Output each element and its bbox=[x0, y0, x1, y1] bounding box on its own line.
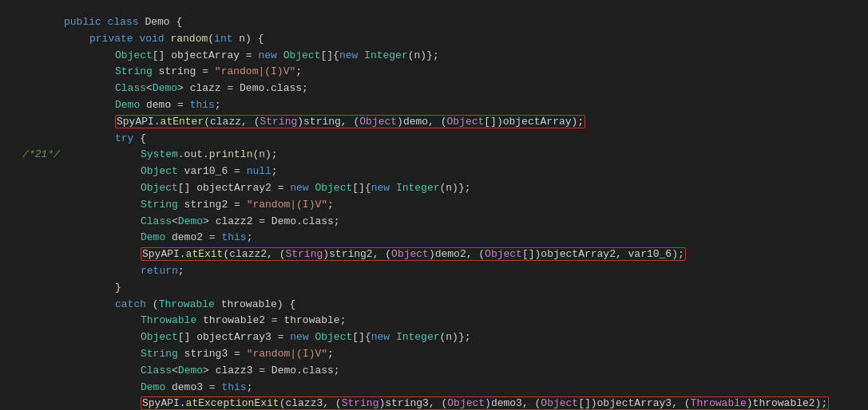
code-content: SpyAPI.atExit(clazz2, (String)string2, (… bbox=[16, 246, 686, 263]
code-content: try { bbox=[16, 131, 146, 148]
code-content: Class<Demo> clazz = Demo.class; bbox=[16, 81, 308, 97]
code-block: public class Demo {private void random(i… bbox=[0, 8, 868, 410]
code-line: String string2 = "random|(I)V"; bbox=[16, 197, 852, 214]
code-line: try { bbox=[16, 131, 852, 148]
code-content: SpyAPI.atExceptionExit(clazz3, (String)s… bbox=[16, 396, 829, 410]
highlighted-call: SpyAPI.atExit(clazz2, (String)string2, (… bbox=[141, 247, 686, 261]
code-content: Class<Demo> clazz3 = Demo.class; bbox=[16, 363, 340, 380]
code-line: SpyAPI.atExceptionExit(clazz3, (String)s… bbox=[16, 396, 852, 410]
code-line: Class<Demo> clazz3 = Demo.class; bbox=[16, 363, 852, 380]
code-content: Class<Demo> clazz2 = Demo.class; bbox=[16, 214, 340, 231]
code-content: Object[] objectArray = new Object[]{new … bbox=[16, 48, 439, 65]
code-content: Object[] objectArray2 = new Object[]{new… bbox=[16, 180, 471, 197]
code-line: return; bbox=[16, 263, 852, 280]
code-line: String string = "random|(I)V"; bbox=[16, 64, 852, 81]
code-line: Class<Demo> clazz2 = Demo.class; bbox=[16, 214, 852, 231]
code-line: catch (Throwable throwable) { bbox=[16, 297, 852, 313]
code-content: Throwable throwable2 = throwable; bbox=[16, 313, 346, 329]
code-line: Demo demo3 = this; bbox=[16, 380, 852, 396]
code-line: Throwable throwable2 = throwable; bbox=[16, 313, 852, 329]
code-content: Demo demo = this; bbox=[16, 97, 221, 114]
code-content: private void random(int n) { bbox=[16, 31, 264, 48]
code-line: /*21*/System.out.println(n); bbox=[16, 147, 852, 164]
code-line: Object[] objectArray = new Object[]{new … bbox=[16, 48, 852, 65]
code-content: String string = "random|(I)V"; bbox=[16, 64, 302, 81]
code-line: Object[] objectArray3 = new Object[]{new… bbox=[16, 329, 852, 346]
code-line: Object var10_6 = null; bbox=[16, 164, 852, 180]
code-line: private void random(int n) { bbox=[16, 31, 852, 48]
code-content: public class Demo { bbox=[16, 14, 182, 31]
highlighted-call: SpyAPI.atExceptionExit(clazz3, (String)s… bbox=[141, 396, 829, 410]
code-content: Object var10_6 = null; bbox=[16, 164, 278, 180]
code-line: Object[] objectArray2 = new Object[]{new… bbox=[16, 180, 852, 197]
code-content: return; bbox=[16, 263, 184, 280]
code-content: String string3 = "random|(I)V"; bbox=[16, 346, 334, 363]
code-line: Demo demo = this; bbox=[16, 97, 852, 114]
code-content: SpyAPI.atEnter(clazz, (String)string, (O… bbox=[16, 114, 585, 131]
code-line: Class<Demo> clazz = Demo.class; bbox=[16, 81, 852, 97]
code-line: SpyAPI.atExit(clazz2, (String)string2, (… bbox=[16, 246, 852, 263]
code-content: } bbox=[16, 280, 121, 297]
line-comment: /*21*/ bbox=[16, 147, 60, 164]
code-content: catch (Throwable throwable) { bbox=[16, 297, 295, 313]
code-line: String string3 = "random|(I)V"; bbox=[16, 346, 852, 363]
code-content: Demo demo2 = this; bbox=[16, 230, 252, 246]
code-content: String string2 = "random|(I)V"; bbox=[16, 197, 334, 214]
code-line: } bbox=[16, 280, 852, 297]
code-content: Object[] objectArray3 = new Object[]{new… bbox=[16, 329, 471, 346]
highlighted-call: SpyAPI.atEnter(clazz, (String)string, (O… bbox=[115, 115, 585, 128]
code-line: Demo demo2 = this; bbox=[16, 230, 852, 246]
code-content: Demo demo3 = this; bbox=[16, 380, 252, 396]
code-line: public class Demo { bbox=[16, 14, 852, 31]
code-line: SpyAPI.atEnter(clazz, (String)string, (O… bbox=[16, 114, 852, 131]
